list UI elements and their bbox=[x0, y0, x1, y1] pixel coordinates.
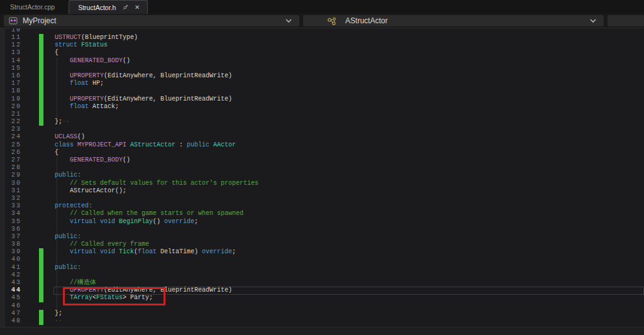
code-text: UCLASS() bbox=[55, 133, 85, 141]
change-tracking-bar bbox=[39, 256, 43, 263]
code-text: GENERATED_BODY() bbox=[55, 57, 130, 65]
code-text: public: bbox=[55, 233, 81, 241]
code-line[interactable]: 25class MYPROJECT_API AStructActor : pub… bbox=[0, 141, 644, 149]
line-number: 27 bbox=[5, 157, 21, 164]
navigation-bar: MyProject AStructActor bbox=[0, 14, 644, 28]
code-line[interactable]: 23 bbox=[0, 126, 644, 133]
line-number: 44 bbox=[5, 287, 21, 294]
code-line[interactable]: 48·· bbox=[0, 317, 644, 325]
code-line[interactable]: 22};·· bbox=[0, 118, 644, 126]
code-line[interactable]: 12struct FStatus bbox=[0, 41, 644, 49]
code-line[interactable]: 35 virtual void BeginPlay() override; bbox=[0, 218, 644, 226]
project-dropdown[interactable]: MyProject bbox=[4, 15, 299, 26]
code-line[interactable]: 31 AStructActor(); bbox=[0, 187, 644, 195]
chevron-down-icon bbox=[590, 19, 599, 23]
line-number: 46 bbox=[5, 302, 21, 310]
code-text: // Sets default values for this actor's … bbox=[55, 180, 258, 187]
member-dropdown[interactable] bbox=[608, 15, 644, 26]
line-number: 42 bbox=[5, 272, 21, 279]
code-line[interactable]: 14 GENERATED_BODY() bbox=[0, 57, 644, 65]
line-number: 21 bbox=[5, 111, 21, 118]
line-number: 14 bbox=[5, 57, 21, 65]
line-number: 32 bbox=[5, 195, 21, 202]
line-number: 17 bbox=[5, 80, 21, 87]
annotation-red-box bbox=[63, 287, 165, 305]
line-number: 12 bbox=[5, 41, 21, 49]
code-line[interactable]: 39 virtual void Tick(float DeltaTime) ov… bbox=[0, 248, 644, 256]
line-number: 18 bbox=[5, 87, 21, 95]
code-line[interactable]: 30 // Sets default values for this actor… bbox=[0, 180, 644, 187]
code-text: AStructActor(); bbox=[55, 187, 126, 195]
code-line[interactable]: 17 float HP; bbox=[0, 80, 644, 87]
code-line[interactable]: 38 // Called every frame bbox=[0, 241, 644, 248]
code-text: { bbox=[55, 49, 58, 57]
code-text: class MYPROJECT_API AStructActor : publi… bbox=[55, 141, 236, 149]
code-line[interactable]: 19 UPROPERTY(EditAnywhere, BlueprintRead… bbox=[0, 96, 644, 103]
pin-icon[interactable] bbox=[121, 4, 129, 11]
line-number: 11 bbox=[5, 34, 21, 41]
line-number: 22 bbox=[5, 118, 21, 126]
code-line[interactable]: 27 GENERATED_BODY() bbox=[0, 157, 644, 164]
vs-editor-window: StructActor.cpp StructActor.h ✕ bbox=[0, 0, 644, 335]
cpp-project-icon bbox=[9, 17, 18, 25]
line-number: 45 bbox=[5, 294, 21, 302]
change-tracking-bar bbox=[39, 49, 43, 57]
tab-actions: ✕ bbox=[121, 4, 141, 11]
line-number: 47 bbox=[5, 310, 21, 317]
code-line[interactable]: 26{ bbox=[0, 149, 644, 157]
close-icon[interactable]: ✕ bbox=[133, 4, 141, 11]
change-tracking-bar bbox=[39, 294, 43, 302]
code-line[interactable]: 33protected: bbox=[0, 202, 644, 210]
editor-bottom-edge bbox=[0, 327, 644, 335]
code-line[interactable]: 34 // Called when the game starts or whe… bbox=[0, 210, 644, 217]
change-tracking-bar bbox=[39, 248, 43, 256]
code-line[interactable]: 18 bbox=[0, 87, 644, 95]
code-line[interactable]: 13{ bbox=[0, 49, 644, 57]
code-text: // Called when the game starts or when s… bbox=[55, 210, 243, 217]
tab-label: StructActor.cpp bbox=[10, 3, 55, 11]
code-line[interactable]: 36 bbox=[0, 226, 644, 233]
code-line[interactable]: 16 UPROPERTY(EditAnywhere, BlueprintRead… bbox=[0, 72, 644, 80]
code-line[interactable]: 40 bbox=[0, 256, 644, 263]
tab-structactor-cpp[interactable]: StructActor.cpp bbox=[0, 0, 65, 14]
code-line[interactable]: 37public: bbox=[0, 233, 644, 241]
code-line[interactable]: 47}; bbox=[0, 310, 644, 317]
code-text: float Attack; bbox=[55, 103, 119, 111]
code-line[interactable]: 20 float Attack; bbox=[0, 103, 644, 111]
line-number: 26 bbox=[5, 149, 21, 157]
code-line[interactable]: 41public: bbox=[0, 264, 644, 272]
change-tracking-bar bbox=[39, 118, 43, 126]
change-tracking-bar bbox=[39, 72, 43, 80]
code-text: float HP; bbox=[55, 80, 104, 87]
change-tracking-bar bbox=[39, 57, 43, 65]
code-text: UPROPERTY(EditAnywhere, BlueprintReadWri… bbox=[55, 72, 232, 80]
code-text: public: bbox=[55, 172, 81, 179]
line-number: 41 bbox=[5, 264, 21, 272]
code-line[interactable]: 32 bbox=[0, 195, 644, 202]
code-line[interactable]: 24UCLASS() bbox=[0, 133, 644, 141]
code-line[interactable]: 11USTRUCT(BlueprintType) bbox=[0, 34, 644, 41]
line-number: 48 bbox=[5, 317, 21, 325]
code-line[interactable]: 15 bbox=[0, 65, 644, 72]
change-tracking-bar bbox=[39, 272, 43, 279]
code-line[interactable]: 28 bbox=[0, 164, 644, 172]
line-number: 34 bbox=[5, 210, 21, 217]
code-line[interactable]: 42 bbox=[0, 272, 644, 279]
code-line[interactable]: 21 bbox=[0, 111, 644, 118]
line-number: 43 bbox=[5, 279, 21, 287]
line-number: 33 bbox=[5, 202, 21, 210]
line-number: 31 bbox=[5, 187, 21, 195]
code-text: virtual void BeginPlay() override; bbox=[55, 218, 198, 226]
code-text: ·· bbox=[55, 317, 62, 325]
code-line[interactable]: 43 //構造体 bbox=[0, 279, 644, 287]
code-line[interactable]: 29public: bbox=[0, 172, 644, 179]
type-dropdown[interactable]: AStructActor bbox=[303, 15, 604, 26]
tab-structactor-h[interactable]: StructActor.h ✕ bbox=[69, 0, 148, 14]
change-tracking-bar bbox=[39, 41, 43, 49]
line-number: 15 bbox=[5, 65, 21, 72]
code-editor[interactable]: 1011USTRUCT(BlueprintType)12struct FStat… bbox=[0, 28, 644, 335]
tab-bar: StructActor.cpp StructActor.h ✕ bbox=[0, 0, 644, 14]
code-line[interactable]: 10 bbox=[0, 28, 644, 34]
change-tracking-bar bbox=[39, 80, 43, 87]
line-number: 36 bbox=[5, 226, 21, 233]
